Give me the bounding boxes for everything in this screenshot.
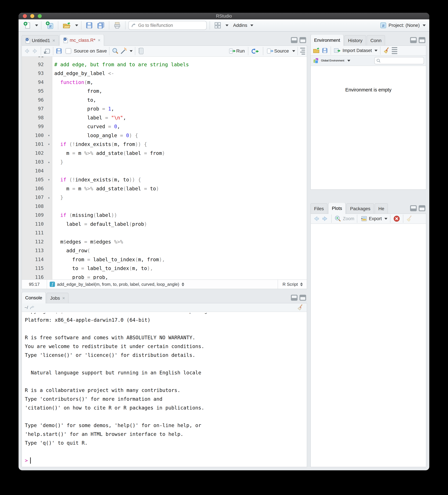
environment-empty-message: Environment is empty (345, 87, 392, 189)
code-line: 115 to = label_to_index(m, to), (22, 264, 307, 273)
popout-icon[interactable] (43, 48, 51, 54)
fold-toggle-icon[interactable]: ▾ (46, 175, 52, 184)
console-line: 'help.start()' for an HTML browser inter… (25, 430, 307, 439)
environment-scope-dropdown[interactable] (347, 60, 350, 62)
wand-icon[interactable] (120, 47, 127, 55)
code-text (52, 57, 307, 60)
working-directory[interactable]: ~/ (25, 305, 28, 310)
forward-icon[interactable] (31, 48, 39, 54)
goto-file-function-box[interactable] (129, 21, 207, 30)
new-file-button[interactable] (22, 20, 32, 30)
goto-file-function-input[interactable] (138, 23, 204, 28)
tab-label: Files (314, 206, 324, 211)
environment-search-input[interactable] (382, 58, 422, 63)
open-recent-dropdown[interactable] (75, 25, 78, 26)
minimize-icon[interactable] (291, 295, 298, 301)
remove-plot-icon[interactable] (393, 215, 400, 222)
import-dataset-label[interactable]: Import Dataset (343, 48, 372, 53)
tab-history[interactable]: History (344, 35, 366, 46)
tab-label: Untitled1 (32, 38, 50, 43)
console-input-line[interactable]: > (25, 456, 307, 465)
code-editor[interactable]: 9192# add edge, but from and to are stri… (22, 57, 307, 280)
function-context[interactable]: add_edge_by_label(m, from, to, prob, lab… (57, 282, 179, 287)
close-icon[interactable]: × (98, 38, 100, 43)
maximize-icon[interactable] (419, 37, 425, 43)
code-text: from = label_to_index(m, from), (52, 255, 307, 264)
new-file-dropdown[interactable] (35, 25, 38, 26)
clear-plots-broom-icon[interactable] (406, 215, 413, 222)
titlebar[interactable]: RStudio (19, 13, 429, 20)
source-on-save-checkbox[interactable] (66, 48, 71, 54)
tab-console[interactable]: Console (22, 292, 46, 303)
export-dropdown[interactable] (384, 218, 387, 220)
save-all-button[interactable] (96, 20, 106, 30)
environment-scope-label[interactable]: Global Environment (321, 59, 344, 62)
fold-toggle-icon[interactable]: ▴ (46, 158, 52, 166)
addins-menu[interactable]: Addins (233, 23, 247, 28)
new-project-button[interactable]: R (44, 20, 55, 30)
save-button[interactable] (84, 20, 94, 30)
menu-icon[interactable] (392, 47, 397, 54)
share-icon[interactable] (29, 305, 35, 310)
back-icon[interactable] (24, 48, 30, 54)
save-icon[interactable] (56, 48, 62, 54)
project-dropdown[interactable] (423, 25, 426, 26)
notebook-icon[interactable] (138, 47, 144, 55)
maximize-icon[interactable] (300, 37, 306, 43)
fold-toggle-icon[interactable]: ▴ (46, 193, 52, 202)
source-button[interactable]: Source (265, 46, 290, 56)
code-text (52, 228, 307, 237)
maximize-icon[interactable] (419, 205, 425, 211)
project-menu[interactable]: Project: (None) (389, 23, 420, 28)
open-file-button[interactable] (61, 20, 72, 30)
wand-dropdown[interactable] (130, 50, 133, 52)
import-dataset-icon[interactable] (334, 47, 341, 54)
rerun-button[interactable] (251, 46, 261, 56)
broom-icon[interactable] (383, 47, 390, 54)
import-dataset-dropdown[interactable] (374, 50, 378, 52)
maximize-icon[interactable] (300, 295, 306, 301)
tab-files[interactable]: Files (310, 203, 328, 214)
tab-help[interactable]: He (375, 203, 388, 214)
run-button[interactable]: Run (228, 46, 246, 56)
close-icon[interactable]: × (62, 296, 65, 301)
console-line: 'citation()' on how to cite R or R packa… (25, 403, 307, 412)
zoom-label[interactable]: Zoom (343, 216, 354, 221)
console-pane-body: ~/ Copyright (C) 2019 The R Foundation f… (22, 303, 307, 467)
export-image-icon[interactable] (360, 215, 368, 222)
tab-label: mc_class.R* (70, 38, 95, 43)
environment-search-box[interactable] (374, 57, 424, 64)
fold-toggle-icon[interactable]: ▾ (46, 131, 52, 140)
rstudio-window: RStudio R (19, 13, 429, 470)
tab-jobs[interactable]: Jobs × (47, 293, 69, 303)
new-project-icon: R (45, 21, 54, 30)
minimize-icon[interactable] (410, 205, 417, 211)
file-type-selector[interactable]: R Script (278, 280, 307, 289)
addins-dropdown[interactable] (250, 25, 253, 26)
pane-layout-dropdown[interactable] (225, 25, 228, 26)
load-workspace-icon[interactable] (313, 47, 320, 54)
tab-mc-class[interactable]: R mc_class.R* × (59, 35, 104, 46)
outline-icon[interactable] (300, 48, 305, 55)
back-icon[interactable] (313, 215, 320, 222)
source-dropdown[interactable] (292, 50, 295, 52)
zoom-plus-icon[interactable] (334, 215, 342, 222)
pane-layout-button[interactable] (213, 20, 223, 30)
tab-plots[interactable]: Plots (328, 203, 346, 214)
minimize-icon[interactable] (291, 37, 298, 43)
minimize-icon[interactable] (410, 37, 417, 43)
fold-toggle-icon[interactable]: ▾ (46, 140, 52, 149)
forward-icon[interactable] (321, 215, 329, 222)
close-icon[interactable]: × (53, 38, 55, 43)
tab-packages[interactable]: Packages (346, 203, 374, 214)
print-button[interactable] (112, 20, 122, 30)
tab-connections[interactable]: Conn (367, 35, 385, 46)
tab-label: He (378, 206, 384, 211)
save-icon[interactable] (322, 47, 328, 54)
tab-untitled1[interactable]: R Untitled1 × (22, 35, 59, 46)
search-icon[interactable] (112, 47, 119, 55)
tab-environment[interactable]: Environment (310, 35, 344, 46)
broom-icon[interactable] (297, 304, 304, 311)
export-label[interactable]: Export (369, 216, 382, 221)
context-selector-icon[interactable] (182, 282, 184, 286)
